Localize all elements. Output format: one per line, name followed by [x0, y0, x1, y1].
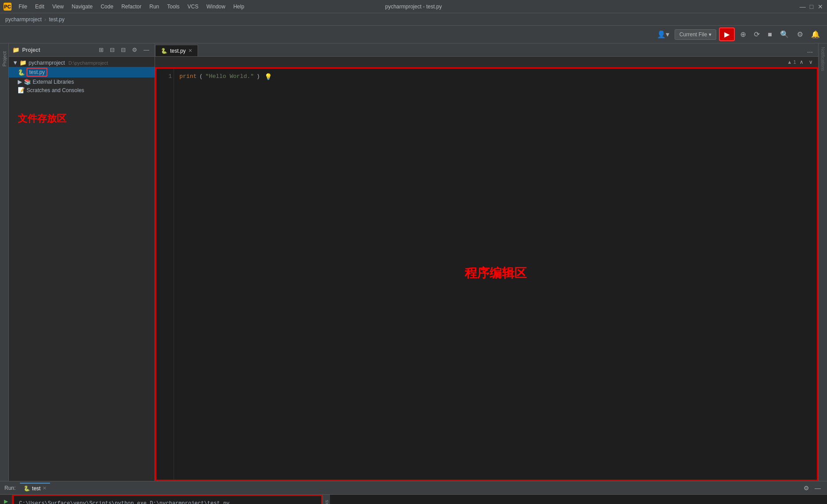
- breadcrumb-separator: ›: [44, 16, 46, 23]
- bottom-settings-button[interactable]: ⚙: [802, 484, 811, 492]
- file-area-annotation: 文件存放区: [18, 112, 155, 125]
- code-editor[interactable]: 1 print ( "Hello World." ) 💡 程序编辑区: [155, 67, 818, 481]
- project-collapse-button[interactable]: ⊟: [108, 46, 116, 54]
- terminal-area: C:\Users\Surface\venv\Scripts\python.exe…: [12, 495, 322, 504]
- project-panel-title: Project: [22, 47, 94, 53]
- bottom-left-icons: ▶ ↑ ↓ ■ ≡ ⊞ 🖨 📌 🗑: [0, 495, 12, 504]
- editor-area: 🐍 test.py ✕ ⋯ ▲ 1 ∧ ∨ 1 print ( "Hello: [155, 43, 818, 481]
- editor-annotation: 程序编辑区: [465, 264, 527, 284]
- menu-navigate[interactable]: Navigate: [68, 2, 96, 11]
- top-toolbar: 👤▾ Current File ▾ ▶ ⊕ ⟳ ■ 🔍 ⚙ 🔔: [0, 26, 827, 43]
- tree-item-scratches[interactable]: 📝 Scratches and Consoles: [9, 86, 155, 94]
- menu-file[interactable]: File: [15, 2, 31, 11]
- current-file-selector[interactable]: Current File ▾: [675, 29, 717, 40]
- file-tree: ▼ 📁 pycharmproject D:\pycharmproject 🐍 t…: [9, 57, 155, 481]
- editor-tab-testpy[interactable]: 🐍 test.py ✕: [155, 45, 198, 56]
- breadcrumb-project[interactable]: pycharmproject: [5, 16, 42, 23]
- project-minimize-button[interactable]: —: [142, 46, 151, 54]
- editor-toolbar: ▲ 1 ∧ ∨: [155, 57, 818, 67]
- main-content: Project 📁 Project ⊞ ⊟ ⊟ ⚙ — ▼ 📁 pycharmp…: [0, 43, 827, 481]
- bottom-content: ▶ ↑ ↓ ■ ≡ ⊞ 🖨 📌 🗑 C:\Users\Surface\venv\…: [0, 495, 827, 504]
- code-line-1: print ( "Hello World." ) 💡: [179, 72, 811, 82]
- bottom-minimize-button[interactable]: —: [813, 484, 823, 492]
- debug-step-button[interactable]: ⟳: [751, 28, 762, 40]
- maximize-button[interactable]: □: [808, 4, 815, 10]
- bottom-panel-header: Run: 🐍 test ✕ ⚙ —: [0, 481, 827, 495]
- coverage-button[interactable]: ⊕: [738, 28, 749, 40]
- left-vertical-tabs: Project: [0, 43, 9, 481]
- menu-tools[interactable]: Tools: [163, 2, 183, 11]
- editor-tabs-more[interactable]: ⋯: [805, 48, 815, 56]
- run-tab[interactable]: 🐍 test ✕: [20, 483, 50, 493]
- editor-scroll-down[interactable]: ∨: [807, 58, 815, 66]
- editor-scroll-up[interactable]: ∧: [798, 58, 805, 66]
- menu-vcs[interactable]: VCS: [184, 2, 202, 11]
- settings-button[interactable]: ⚙: [794, 28, 806, 40]
- menu-edit[interactable]: Edit: [31, 2, 48, 11]
- editor-warnings: ▲ 1: [787, 59, 796, 65]
- menu-window[interactable]: Window: [203, 2, 229, 11]
- editor-tabs: 🐍 test.py ✕ ⋯: [155, 43, 818, 57]
- search-everywhere-button[interactable]: 🔍: [777, 28, 792, 40]
- line-numbers: 1: [156, 69, 174, 480]
- window-title: pycharmproject - test.py: [385, 4, 442, 10]
- bottom-right-labels: Bookmarks Structure: [322, 495, 330, 504]
- project-panel-header: 📁 Project ⊞ ⊟ ⊟ ⚙ —: [9, 43, 155, 57]
- project-sync-button[interactable]: ⊞: [97, 46, 105, 54]
- terminal-line-1: C:\Users\Surface\venv\Scripts\python.exe…: [19, 500, 316, 504]
- tree-item-root[interactable]: ▼ 📁 pycharmproject D:\pycharmproject: [9, 58, 155, 67]
- run-icon[interactable]: ▶: [1, 496, 11, 504]
- menu-code[interactable]: Code: [97, 2, 117, 11]
- bottom-panel: Run: 🐍 test ✕ ⚙ — ▶ ↑ ↓ ■ ≡ ⊞ 🖨 📌 🗑 C:\U…: [0, 481, 827, 504]
- project-panel: 📁 Project ⊞ ⊟ ⊟ ⚙ — ▼ 📁 pycharmproject D…: [9, 43, 155, 481]
- title-bar: PC File Edit View Navigate Code Refactor…: [0, 0, 827, 13]
- notifications-button[interactable]: 🔔: [808, 28, 823, 40]
- run-tab-close[interactable]: ✕: [43, 485, 47, 491]
- window-controls: — □ ✕: [800, 4, 823, 10]
- bookmarks-label[interactable]: Bookmarks: [323, 496, 330, 504]
- run-tab-label: test: [32, 485, 40, 492]
- breadcrumb-file[interactable]: test.py: [49, 16, 64, 23]
- menu-run[interactable]: Run: [146, 2, 163, 11]
- run-label: Run:: [4, 485, 16, 491]
- menu-view[interactable]: View: [49, 2, 67, 11]
- run-button[interactable]: ▶: [719, 27, 735, 41]
- tree-item-testpy[interactable]: 🐍 test.py: [9, 67, 155, 78]
- project-expand-button[interactable]: ⊟: [119, 46, 128, 54]
- app-icon: PC: [4, 3, 12, 11]
- menu-help[interactable]: Help: [230, 2, 248, 11]
- project-tab-label[interactable]: Project: [1, 48, 8, 70]
- right-sidebar: Notifications: [818, 43, 827, 481]
- stop-button[interactable]: ■: [765, 29, 775, 40]
- code-hint-icon[interactable]: 💡: [264, 72, 272, 82]
- bottom-panel-actions: ⚙ —: [802, 484, 823, 492]
- close-button[interactable]: ✕: [817, 4, 823, 10]
- minimize-button[interactable]: —: [800, 4, 806, 10]
- tree-item-external-libs[interactable]: ▶ 📚 External Libraries: [9, 78, 155, 86]
- account-button[interactable]: 👤▾: [654, 28, 672, 40]
- editor-tab-close[interactable]: ✕: [188, 48, 192, 54]
- menu-refactor[interactable]: Refactor: [118, 2, 145, 11]
- breadcrumb-bar: pycharmproject › test.py: [0, 13, 827, 26]
- notifications-label[interactable]: Notifications: [820, 45, 825, 73]
- code-content[interactable]: print ( "Hello World." ) 💡 程序编辑区: [174, 69, 817, 480]
- project-settings-button[interactable]: ⚙: [130, 46, 139, 54]
